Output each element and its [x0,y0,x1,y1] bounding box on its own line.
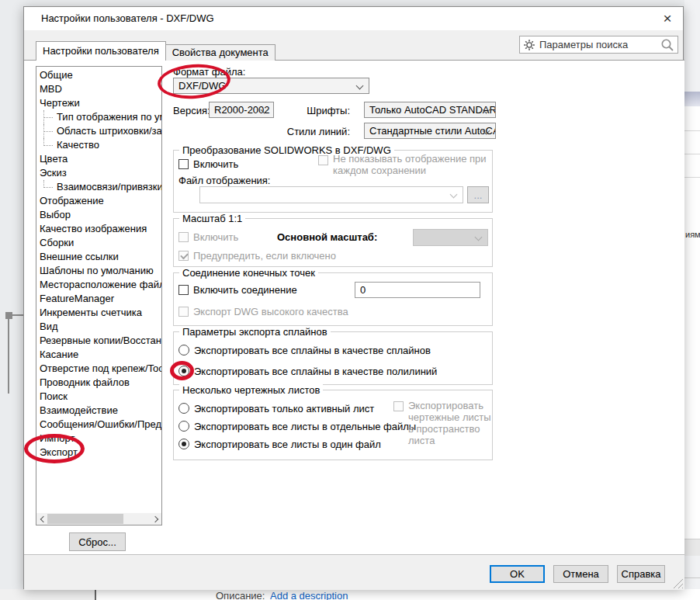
tab-document-properties[interactable]: Свойства документа [166,44,275,61]
paper-space-checkbox [393,401,404,411]
export-sheets-separate-label[interactable]: Экспортировать все листы в отдельные фай… [194,421,416,432]
sidebar-item-spin-increments[interactable]: Инкременты счетчика [36,306,161,320]
sidebar-item-backup-recover[interactable]: Резервные копии/Восстановление [36,334,161,348]
gear-icon [523,39,535,51]
export-splines-as-polylines-label[interactable]: Экспортировать все сплайны в качестве по… [194,366,437,377]
sidebar-item-export[interactable]: Экспорт [36,446,161,460]
map-file-label: Файл отображения: [178,175,270,186]
enable-scale-label: Включить [193,231,238,243]
user-settings-dialog: Настройки пользователя - DXF/DWG × Настр… [23,6,684,589]
sidebar-item-assemblies[interactable]: Сборки [36,236,161,250]
dont-show-mapping-label: Не показывать отображение при каждом сох… [333,153,488,176]
dialog-footer: OK Отмена Справка [24,554,684,590]
merging-tolerance-input[interactable] [355,282,480,298]
sidebar-item-file-locations[interactable]: Месторасположение файлов [36,278,161,292]
base-scale-label: Основной масштаб: [277,231,377,243]
enable-merging-checkbox[interactable] [178,285,189,295]
sidebar-item-area-hatch[interactable]: Область штриховки/заполнения [36,124,161,138]
sidebar-item-featuremanager[interactable]: FeatureManager [36,292,161,306]
version-select[interactable]: R2000-2002 [209,102,274,118]
dont-show-mapping-checkbox [318,155,328,165]
paper-space-label: Экспортировать чертежные листы в простра… [408,400,492,446]
export-sheets-single-radio[interactable] [178,439,189,449]
scrollbar-thumb[interactable] [47,514,123,524]
sidebar-item-external-references[interactable]: Внешние ссылки [36,250,161,264]
sidebar-item-file-explorer[interactable]: Проводник файлов [36,376,161,390]
sidebar-item-messages-errors[interactable]: Сообщения/Ошибки/Предупреждения [36,418,161,432]
help-button[interactable]: Справка [617,565,665,583]
fonts-label: Шрифты: [280,105,350,116]
browse-button: ... [467,186,489,203]
warn-if-enabled-checkbox [178,251,189,261]
background-table-header [684,92,700,106]
sidebar-item-touch[interactable]: Касание [36,348,161,362]
sidebar-item-drawings[interactable]: Чертежи [36,96,161,110]
ok-button[interactable]: OK [490,565,545,583]
endpoint-group: Соединение конечных точек Включить соеди… [173,272,493,326]
export-splines-as-polylines-radio[interactable] [178,366,189,376]
file-format-select[interactable]: DXF/DWG [173,78,369,94]
sidebar-item-colors[interactable]: Цвета [36,152,161,166]
dialog-titlebar: Настройки пользователя - DXF/DWG × [24,7,683,30]
reset-button[interactable]: Сброс... [69,532,126,551]
sidebar-item-mbd[interactable]: MBD [36,82,161,96]
tab-strip: Настройки пользователя Свойства документ… [36,41,275,61]
cancel-button[interactable]: Отмена [553,565,608,583]
search-input[interactable] [539,39,660,50]
background-window-strip: иям [684,0,700,600]
resize-grip[interactable] [672,577,683,588]
sidebar-item-import[interactable]: Импорт [36,432,161,446]
sidebar-item-search[interactable]: Поиск [36,390,161,404]
version-label: Версия: [173,105,210,116]
sidebar-item-relations-snaps[interactable]: Взаимосвязи/привязки [36,180,161,194]
background-dimension-line [8,314,9,394]
sidebar-item-collaboration[interactable]: Взаимодействие [36,404,161,418]
sidebar-item-image-quality[interactable]: Качество изображения [36,222,161,236]
sheets-group-title: Несколько чертежных листов [179,384,323,396]
description-label: Описание: [216,590,265,600]
sidebar-item-sketch[interactable]: Эскиз [36,166,161,180]
scroll-right-icon[interactable] [150,513,161,525]
export-sheets-separate-radio[interactable] [178,421,189,432]
enable-merging-label[interactable]: Включить соединение [193,284,297,296]
export-sheets-single-label[interactable]: Экспортировать все листы в один файл [194,439,381,450]
line-styles-select[interactable]: Стандартные стили AutoCAD [364,123,496,139]
enable-mapping-label[interactable]: Включить [193,158,238,170]
enable-mapping-checkbox[interactable] [178,159,189,169]
fonts-select[interactable]: Только AutoCAD STANDARD [364,102,496,118]
export-splines-as-splines-radio[interactable] [178,345,189,355]
export-splines-as-splines-label[interactable]: Экспортировать все сплайны в качестве сп… [194,345,431,356]
sidebar-item-default-display-type[interactable]: Тип отображения по умолчанию [36,110,161,124]
search-box [519,36,678,54]
background-dimension-line [8,314,25,316]
sidebar-item-view[interactable]: Вид [36,320,161,334]
sidebar-item-performance[interactable]: Качество [36,138,161,152]
spline-group-title: Параметры экспорта сплайнов [179,326,331,338]
enable-scale-checkbox [178,232,189,242]
hq-dwg-export-checkbox [178,307,189,317]
endpoint-group-title: Соединение конечных точек [179,267,318,279]
add-description-link[interactable]: Add a description [270,590,348,600]
file-format-label: Формат файла: [173,66,245,78]
sidebar-item-hole-wizard-toolbox[interactable]: Отверстие под крепеж/Toolbox [36,362,161,376]
warn-if-enabled-label: Предупредить, если включено [193,250,336,262]
close-icon[interactable]: × [657,9,678,29]
line-styles-label: Стили линий: [269,126,350,137]
sidebar-item-general[interactable]: Общие [36,68,161,82]
sidebar-item-display[interactable]: Отображение [36,194,161,208]
settings-category-list: Общие MBD Чертежи Тип отображения по умо… [36,66,162,525]
hq-dwg-export-label: Экспорт DWG высокого качества [193,306,348,317]
export-active-sheet-radio[interactable] [178,403,189,414]
export-active-sheet-label[interactable]: Экспортировать только активный лист [194,403,374,414]
background-text-fragment: иям [685,230,700,239]
spline-group: Параметры экспорта сплайнов Экспортирова… [173,331,493,385]
tab-user-settings[interactable]: Настройки пользователя [36,41,166,61]
list-horizontal-scrollbar[interactable] [36,513,161,525]
sidebar-item-default-templates[interactable]: Шаблоны по умолчанию [36,264,161,278]
scale-group: Масштаб 1:1 Включить Основной масштаб: П… [173,218,493,267]
sidebar-item-selection[interactable]: Выбор [36,208,161,222]
background-bottom-strip: Описание: Add a description [0,589,700,600]
scroll-left-icon[interactable] [36,513,48,525]
map-file-select [199,186,463,203]
base-scale-select [413,229,488,246]
